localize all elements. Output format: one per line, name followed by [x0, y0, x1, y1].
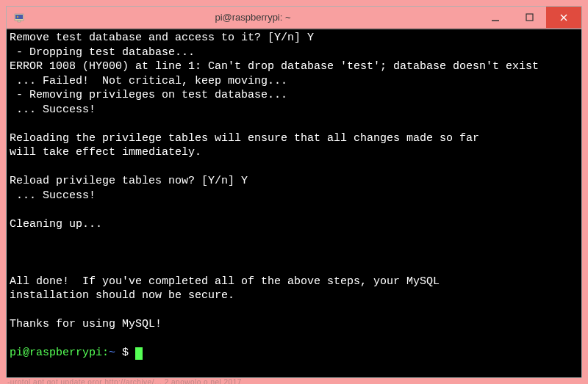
- titlebar[interactable]: pi@raspberrypi: ~: [7, 7, 581, 29]
- terminal-output[interactable]: Remove test database and access to it? […: [7, 29, 581, 377]
- prompt-path: ~: [109, 347, 122, 359]
- prompt-dollar: $: [122, 347, 135, 359]
- svg-rect-2: [18, 21, 21, 22]
- maximize-button[interactable]: [512, 7, 546, 28]
- svg-rect-1: [15, 15, 23, 19]
- window-controls: [478, 7, 581, 28]
- minimize-button[interactable]: [478, 7, 512, 28]
- background-noise-text: -urotol apt got update oror http://archi…: [7, 378, 581, 384]
- terminal-text: Remove test database and access to it? […: [10, 32, 539, 330]
- shell-prompt: pi@raspberrypi:~ $: [10, 347, 135, 359]
- prompt-user-host: pi@raspberrypi: [10, 347, 102, 359]
- window-title: pi@raspberrypi: ~: [27, 12, 478, 23]
- cursor-block: [135, 347, 143, 360]
- close-button[interactable]: [546, 7, 581, 28]
- putty-icon: [12, 10, 27, 25]
- terminal-window: pi@raspberrypi: ~ Remove test database a…: [6, 6, 582, 378]
- svg-rect-4: [526, 14, 533, 21]
